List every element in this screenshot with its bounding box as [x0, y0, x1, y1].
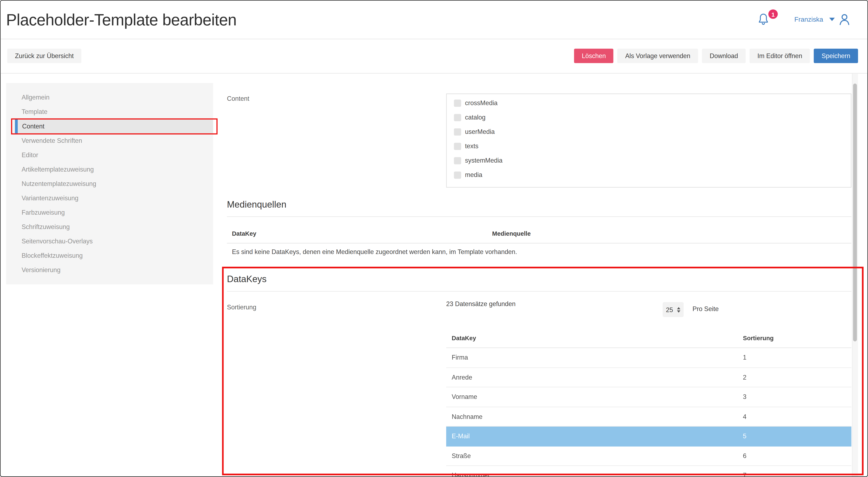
save-button[interactable]: Speichern [814, 49, 858, 63]
mq-column-datakey: DataKey [232, 230, 256, 237]
checkbox-icon[interactable] [454, 157, 461, 164]
checkbox-label: media [465, 171, 482, 178]
mq-column-medienquelle: Medienquelle [492, 230, 531, 237]
page-size-value: 25 [666, 306, 673, 313]
open-in-editor-button[interactable]: Im Editor öffnen [750, 49, 810, 63]
divider [227, 291, 851, 292]
checkbox-label: catalog [465, 114, 486, 121]
sidebar-item[interactable]: Nutzentemplatezuweisung [6, 177, 213, 191]
sidebar-item[interactable]: Template [6, 104, 213, 119]
app-header: Placeholder-Template bearbeiten 1 Franzi… [1, 1, 868, 39]
checkbox-icon[interactable] [454, 128, 461, 135]
content-option[interactable]: media [447, 168, 851, 182]
back-to-overview-button[interactable]: Zurück zur Übersicht [7, 49, 82, 63]
column-header-datakey: DataKey [446, 335, 743, 341]
sidebar-item[interactable]: Artikeltemplatezuweisung [6, 162, 213, 177]
datakey-cell: E-Mail [446, 433, 743, 440]
sidebar-item-label: Artikeltemplatezuweisung [22, 166, 94, 172]
content-option[interactable]: texts [447, 139, 851, 153]
sidebar: Allgemein Template Content Verwendete Sc… [6, 83, 213, 284]
sidebar-item-label: Versionierung [22, 267, 61, 274]
sidebar-item-label: Schriftzuweisung [22, 224, 70, 230]
toolbar-actions: Löschen Als Vorlage verwenden Download I… [574, 49, 858, 63]
sidebar-item-label: Nutzentemplatezuweisung [22, 180, 96, 187]
download-button[interactable]: Download [702, 49, 746, 63]
checkbox-label: systemMedia [465, 157, 502, 164]
content-option[interactable]: crossMedia [447, 96, 851, 110]
sortierung-cell: 2 [743, 374, 851, 381]
sidebar-item[interactable]: Verwendete Schriften [6, 133, 213, 148]
toolbar: Zurück zur Übersicht Löschen Als Vorlage… [1, 39, 868, 74]
sortierung-cell: 6 [743, 452, 851, 459]
sidebar-item-label: Farbzuweisung [22, 209, 65, 216]
divider [227, 243, 851, 244]
table-header-row: DataKey Sortierung [446, 328, 851, 348]
sidebar-item-label: Allgemein [22, 94, 50, 101]
datakey-cell: Anrede [446, 374, 743, 381]
user-name[interactable]: Franziska [795, 15, 823, 23]
use-as-template-button[interactable]: Als Vorlage verwenden [617, 49, 698, 63]
per-page-label: Pro Seite [692, 306, 719, 312]
sidebar-item[interactable]: Versionierung [6, 263, 213, 277]
content-field-label: Content [227, 95, 249, 102]
datakeys-heading: DataKeys [227, 274, 267, 284]
checkbox-icon[interactable] [454, 114, 461, 121]
checkbox-label: userMedia [465, 128, 495, 135]
sidebar-item[interactable]: Farbzuweisung [6, 205, 213, 220]
mq-empty-message: Es sind keine DataKeys, denen eine Medie… [232, 248, 517, 255]
table-row[interactable]: Nachname 4 [446, 407, 851, 426]
datakey-cell: Firma [446, 354, 743, 361]
table-row[interactable]: Straße 6 [446, 446, 851, 466]
datakey-cell: Straße [446, 452, 743, 459]
chevron-down-icon[interactable] [829, 18, 835, 21]
datakeys-table: DataKey Sortierung Firma 1 Anrede 2 Vorn… [446, 328, 851, 477]
content-option[interactable]: systemMedia [447, 153, 851, 168]
sidebar-item-label: Verwendete Schriften [22, 137, 82, 144]
table-row[interactable]: Anrede 2 [446, 368, 851, 387]
delete-button[interactable]: Löschen [574, 49, 614, 63]
content-options-panel: crossMedia catalog userMedia texts syste… [446, 94, 851, 188]
stepper-arrows-icon [677, 307, 680, 313]
user-avatar-icon[interactable] [838, 12, 851, 26]
sidebar-item[interactable]: Schriftzuweisung [6, 220, 213, 234]
content-option[interactable]: catalog [447, 110, 851, 125]
sidebar-item-label: Seitenvorschau-Overlays [22, 238, 93, 245]
sidebar-item-label: Template [22, 108, 48, 115]
sidebar-item[interactable]: Content [15, 119, 213, 133]
table-row[interactable]: Firma 1 [446, 348, 851, 368]
datakey-cell: Hausnummer [446, 472, 743, 477]
sortierung-field-label: Sortierung [227, 303, 256, 311]
medienquellen-heading: Medienquellen [227, 199, 286, 210]
sidebar-item-label: Content [22, 123, 44, 129]
sidebar-item-label: Blockeffektzuweisung [22, 252, 83, 259]
checkbox-icon[interactable] [454, 171, 461, 179]
checkbox-icon[interactable] [454, 142, 461, 150]
sidebar-item[interactable]: Variantenzuweisung [6, 191, 213, 205]
table-row[interactable]: Vorname 3 [446, 387, 851, 407]
sortierung-cell: 7 [743, 472, 851, 477]
datakey-cell: Nachname [446, 413, 743, 420]
sidebar-item[interactable]: Allgemein [6, 90, 213, 104]
results-count-text: 23 Datensätze gefunden [446, 300, 516, 307]
notification-count-badge: 1 [767, 8, 779, 20]
sortierung-cell: 1 [743, 354, 851, 361]
datakey-cell: Vorname [446, 393, 743, 400]
table-row[interactable]: Hausnummer 7 [446, 466, 851, 477]
page-title: Placeholder-Template bearbeiten [6, 12, 237, 28]
column-header-sortierung: Sortierung [743, 335, 851, 341]
page-size-select[interactable]: 25 [662, 302, 684, 317]
checkbox-icon[interactable] [454, 99, 461, 106]
scrollbar-thumb[interactable] [853, 84, 857, 341]
sortierung-cell: 3 [743, 393, 851, 400]
sidebar-item-label: Variantenzuweisung [22, 195, 79, 201]
checkbox-label: crossMedia [465, 99, 497, 106]
sortierung-cell: 5 [743, 433, 851, 440]
content-option[interactable]: userMedia [447, 125, 851, 139]
sidebar-item[interactable]: Editor [6, 148, 213, 162]
sidebar-item[interactable]: Seitenvorschau-Overlays [6, 234, 213, 248]
sortierung-cell: 4 [743, 413, 851, 420]
table-row[interactable]: E-Mail 5 [446, 426, 851, 446]
app-window: Placeholder-Template bearbeiten 1 Franzi… [0, 0, 868, 477]
checkbox-label: texts [465, 143, 478, 150]
sidebar-item[interactable]: Blockeffektzuweisung [6, 248, 213, 263]
